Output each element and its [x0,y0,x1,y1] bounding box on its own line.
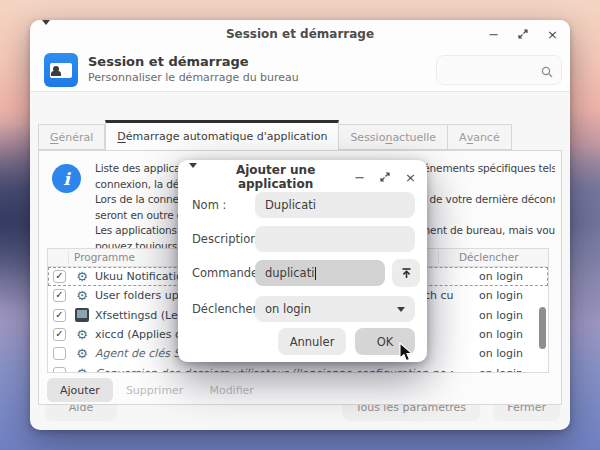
check-icon: ✓ [55,310,63,320]
name-field[interactable]: Duplicati [255,192,415,218]
maximize-icon [380,172,390,182]
text-caret [315,267,316,280]
tab-autostart[interactable]: Démarrage automatique d'application [105,120,339,151]
checkbox[interactable]: ✓ [53,328,66,341]
checkbox[interactable]: ✓ [53,367,66,373]
session-app-icon [44,53,78,87]
tab-advanced[interactable]: Avancé [448,124,512,150]
browse-command-button[interactable] [392,259,420,287]
chevron-down-icon [397,307,405,312]
trigger-cell: on login [479,367,523,373]
dialog-menu-button[interactable] [189,168,197,187]
checkbox[interactable]: ✓ [53,270,66,283]
minimize-button[interactable]: − [488,28,499,41]
trigger-value: on login [265,302,311,316]
checkbox[interactable]: ✓ [53,309,66,322]
maximize-button[interactable] [518,29,528,39]
app-gear-icon: ⚙ [75,347,89,361]
maximize-icon [518,29,528,39]
close-button[interactable]: × [547,28,558,41]
cancel-button[interactable]: Annuler [278,328,346,355]
checkbox[interactable]: ✓ [53,289,66,302]
upload-icon [400,267,413,280]
menu-triangle-icon [42,20,50,44]
dialog-title: Ajouter une application [197,163,354,191]
app-gear-icon: ⚙ [75,328,89,342]
checkbox[interactable]: ✓ [53,347,66,360]
table-row[interactable]: ✓ ⚙ Conversion des dossiers utilisateur … [48,363,548,373]
trigger-dropdown[interactable]: on login [255,296,415,322]
add-application-dialog: Ajouter une application − × Nom : Duplic… [178,160,427,362]
app-label: Conversion des dossiers utilisateur (l'a… [95,367,453,373]
check-icon: ✓ [55,290,63,300]
trigger-cell: on login [479,309,523,322]
table-scrollbar[interactable] [538,269,547,370]
check-icon: ✓ [55,329,63,339]
dialog-titlebar: Ajouter une application − × [178,164,427,190]
add-button[interactable]: Ajouter [47,378,113,402]
tab-bar: Général Démarrage automatique d'applicat… [38,120,562,150]
dialog-buttons: Annuler OK [278,328,415,355]
check-icon: ✓ [55,271,63,281]
mouse-cursor [399,342,414,367]
app-gear-icon: ⚙ [75,270,89,284]
trigger-cell: on login [479,328,523,341]
app-gear-icon: ⚙ [75,366,89,373]
dialog-maximize-button[interactable] [380,172,390,182]
scrollbar-thumb[interactable] [539,307,546,349]
column-header-program[interactable]: Programme [74,251,135,263]
app-display-icon [75,308,89,322]
trigger-cell: on login [479,289,523,302]
trigger-label: Déclencher : [192,302,265,316]
column-header-trigger[interactable]: Déclencher [459,251,519,263]
command-value: duplicati [265,266,314,280]
remove-button[interactable]: Supprimer [113,378,197,402]
trigger-cell: on login [479,270,523,283]
search-icon [541,63,553,82]
page-title: Session et démarrage [88,54,249,69]
tab-general[interactable]: Général [38,124,105,150]
trigger-cell: on login [479,347,523,360]
window-menu-button[interactable] [42,25,50,44]
edit-button[interactable]: Modifier [196,378,266,402]
window-title: Session et démarrage [42,27,558,41]
app-gear-icon: ⚙ [75,289,89,303]
description-field[interactable] [255,226,415,252]
settings-header: Session et démarrage Personnaliser le dé… [30,48,570,92]
menu-triangle-icon [189,163,197,187]
dialog-minimize-button[interactable]: − [354,171,365,184]
list-action-buttons: Ajouter Supprimer Modifier [47,378,267,402]
tab-current-session[interactable]: Session actuelle [339,124,448,150]
page-subtitle: Personnaliser le démarrage du bureau [88,71,299,84]
name-value: Duplicati [265,198,316,212]
window-titlebar: Session et démarrage − × [30,20,570,48]
dialog-close-button[interactable]: × [405,171,416,184]
name-label: Nom : [192,198,226,212]
command-field[interactable]: duplicati [255,260,385,286]
info-icon: i [52,164,81,193]
